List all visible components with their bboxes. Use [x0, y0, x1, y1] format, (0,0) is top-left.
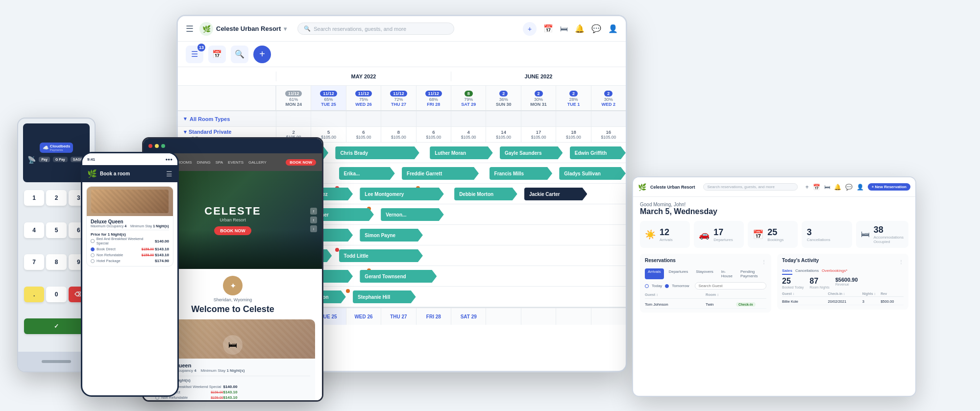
- bar-freddie-garrett[interactable]: Freddie Garrett: [402, 167, 479, 180]
- bar-erika[interactable]: Erika...: [339, 167, 395, 180]
- tab-departures[interactable]: Departures: [666, 268, 691, 279]
- tab-in-house[interactable]: In-House: [718, 268, 735, 279]
- profile-icon[interactable]: 👤: [608, 24, 618, 33]
- chat-icon[interactable]: 💬: [591, 24, 601, 33]
- filter-today[interactable]: Today: [652, 284, 662, 288]
- mobile-option-1[interactable]: Bed And Breakfast Weekend Special $140.0…: [91, 237, 169, 245]
- guest-search-input[interactable]: [695, 282, 766, 290]
- web-nav-rooms[interactable]: ROOMS: [177, 160, 192, 165]
- date-badge-3: 11/12: [390, 91, 407, 97]
- key-8[interactable]: 8: [46, 254, 66, 270]
- bar-vernon[interactable]: Vernon...: [381, 208, 444, 221]
- bar-luther-moran[interactable]: Luther Moran: [430, 146, 493, 159]
- key-1[interactable]: 1: [24, 190, 44, 206]
- key-2[interactable]: 2: [46, 190, 66, 206]
- avail-cell-5: [451, 111, 486, 127]
- bar-gayle-saunders[interactable]: Gayle Saunders: [500, 146, 563, 159]
- option-radio-1[interactable]: [91, 239, 95, 243]
- dash-nav: 🌿 Celeste Urban Resort Search reservatio…: [633, 177, 915, 197]
- radio-tomorrow[interactable]: [665, 284, 669, 288]
- bar-todd-little[interactable]: Todd Little: [339, 249, 423, 262]
- bar-jackie-carter[interactable]: Jackie Carter: [524, 188, 588, 200]
- bar-debbie-morton[interactable]: Debbie Morton: [454, 188, 517, 200]
- bar-stephanie-hill[interactable]: Stephanie Hill: [353, 290, 416, 303]
- calendar-view-button[interactable]: 📅: [208, 46, 226, 63]
- check-in-badge-1[interactable]: Check-in: [736, 302, 766, 307]
- dash-add-icon[interactable]: +: [806, 184, 809, 191]
- key-5[interactable]: 5: [46, 222, 66, 238]
- calendar-view-icon: 📅: [212, 49, 222, 59]
- add-nav-button[interactable]: +: [523, 22, 537, 36]
- mobile-option-2[interactable]: Book Direct $159.00$143.10: [91, 247, 169, 251]
- badge-count: 13: [197, 44, 205, 51]
- bookings-num: 25: [767, 227, 784, 238]
- key-4[interactable]: 4: [24, 222, 44, 238]
- add-reservation-button[interactable]: +: [253, 46, 271, 63]
- option-radio-2[interactable]: [91, 247, 95, 251]
- web-nav-dining[interactable]: DINING: [197, 160, 211, 165]
- dash-cal-icon[interactable]: 📅: [813, 184, 820, 191]
- dash-user-icon[interactable]: 👤: [857, 184, 864, 191]
- bar-francis-mills[interactable]: Francis Mills: [490, 167, 553, 180]
- occupied-num: 38: [874, 225, 904, 235]
- option-radio-3[interactable]: [91, 253, 95, 257]
- web-nav-spa[interactable]: SPA: [216, 160, 223, 165]
- bar-chris-brady[interactable]: Chris Brady: [335, 146, 419, 159]
- web-hero-book-btn[interactable]: BOOK NOW: [214, 226, 251, 235]
- dash-bell-icon[interactable]: 🔔: [834, 184, 841, 191]
- bar-edwin-griffith[interactable]: Edwin Griffith: [570, 146, 626, 159]
- instagram-icon[interactable]: i: [310, 225, 317, 232]
- tab-sales[interactable]: Sales: [782, 268, 792, 275]
- facebook-icon[interactable]: f: [310, 208, 317, 215]
- option-radio-4[interactable]: [91, 259, 95, 263]
- mobile-option-3[interactable]: Non Refundable $159.00$143.10: [91, 253, 169, 257]
- date-pct-8: 28%: [569, 97, 578, 102]
- bar-simon-payne[interactable]: Simon Payne: [360, 229, 423, 242]
- search-button[interactable]: 🔍: [231, 46, 248, 63]
- nav-search[interactable]: 🔍 Search reservations, guests, and more: [297, 23, 454, 35]
- dash-bed-icon[interactable]: 🛏: [824, 184, 830, 191]
- bed-icon[interactable]: 🛏: [560, 24, 568, 33]
- option-price-3: $159.00$143.10: [142, 253, 169, 257]
- dash-search[interactable]: Search reservations, guests, and more: [703, 183, 798, 191]
- collapse-icon-sp[interactable]: ▾: [184, 129, 187, 135]
- calendar-icon[interactable]: 📅: [543, 24, 553, 33]
- bottom-date-4: FRI 28: [416, 308, 451, 325]
- bar-gladys-sullivan[interactable]: Gladys Sullivan: [559, 167, 626, 180]
- collapse-icon[interactable]: ▾: [184, 116, 187, 122]
- hamburger-icon[interactable]: ☰: [186, 24, 194, 34]
- date-label-4: FRI 28: [427, 102, 440, 107]
- mobile-header: 🌿 Book a room ☰: [82, 165, 177, 182]
- bell-icon[interactable]: 🔔: [575, 24, 585, 33]
- key-7[interactable]: 7: [24, 254, 44, 270]
- bar-lee-montgomery[interactable]: Lee Montgomery: [360, 188, 443, 200]
- tab-stayovers[interactable]: Stayovers: [693, 268, 716, 279]
- tab-cancellations[interactable]: Cancellations: [795, 268, 819, 275]
- brand-chevron[interactable]: ▾: [284, 25, 287, 32]
- mobile-menu-icon[interactable]: ☰: [166, 170, 172, 178]
- reservations-more-icon[interactable]: ⋮: [761, 259, 766, 265]
- bottom-wed26: WED 26: [354, 314, 372, 319]
- activity-more-icon[interactable]: ⋮: [899, 259, 904, 265]
- key-dot[interactable]: .: [24, 287, 44, 302]
- key-0[interactable]: 0: [46, 287, 66, 302]
- sp-avail-6: 14$105.00: [486, 127, 520, 143]
- dash-chat-icon[interactable]: 💬: [845, 184, 853, 191]
- web-nav-gallery[interactable]: GALLERY: [248, 160, 267, 165]
- dash-new-reservation-btn[interactable]: + New Reservation: [868, 183, 910, 191]
- twitter-icon[interactable]: t: [310, 217, 317, 223]
- mobile-option-4[interactable]: Hotel Package $174.90: [91, 259, 169, 263]
- bar-gerard-townsend[interactable]: Gerard Townsend: [360, 270, 437, 283]
- toolbar-search-icon: 🔍: [235, 49, 245, 59]
- filter-tomorrow[interactable]: Tomorrow: [672, 284, 689, 288]
- web-option-4[interactable]: Hotel Package $174.90: [155, 401, 237, 402]
- tab-arrivals[interactable]: Arrivals: [645, 268, 664, 279]
- web-book-now-btn[interactable]: BOOK NOW: [286, 159, 316, 166]
- radio-today[interactable]: [645, 284, 649, 288]
- list-view-button[interactable]: ☰ 13: [186, 46, 203, 63]
- tab-overbookings[interactable]: Overbookings*: [822, 268, 847, 275]
- key-enter[interactable]: ✓: [24, 318, 89, 334]
- web-nav-events[interactable]: EVENTS: [228, 160, 244, 165]
- tab-pending[interactable]: Pending Payments: [737, 268, 766, 279]
- date-label-5: SAT 29: [461, 102, 476, 107]
